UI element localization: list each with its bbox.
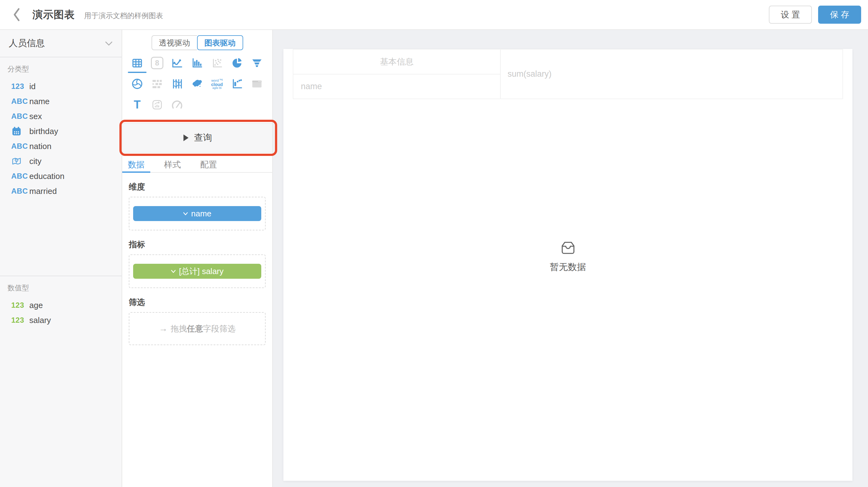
- back-button[interactable]: [9, 7, 24, 22]
- field-education[interactable]: ABC education: [0, 169, 122, 184]
- tab-config[interactable]: 配置: [194, 157, 223, 172]
- chart-type-grid: 8: [122, 55, 272, 118]
- gantt-chart-icon[interactable]: [147, 76, 167, 92]
- map-pin-icon: [11, 156, 29, 166]
- mode-chart-driven[interactable]: 图表驱动: [197, 35, 243, 50]
- table-header-cell: 基本信息: [293, 50, 501, 74]
- tab-style[interactable]: 样式: [158, 157, 186, 172]
- china-map-icon[interactable]: [187, 76, 207, 92]
- dimension-dropzone[interactable]: name: [129, 197, 266, 231]
- chart-preview-area: 基本信息 sum(salary) name 暂无数据: [273, 30, 868, 487]
- numeric-fields-section: 数值型 123 age 123 salary: [0, 276, 122, 328]
- chart-builder-panel: 透视驱动 图表驱动 8: [122, 30, 273, 487]
- empty-state: 暂无数据: [550, 241, 586, 273]
- trend-card-icon[interactable]: [147, 97, 167, 113]
- chart-preview-card: 基本信息 sum(salary) name 暂无数据: [283, 49, 852, 481]
- dimension-label: 维度: [129, 181, 266, 192]
- text-icon: ABC: [11, 112, 29, 121]
- field-nation[interactable]: ABC nation: [0, 139, 122, 154]
- text-icon: ABC: [11, 172, 29, 181]
- categorical-fields-section: 分类型 123 id ABC name ABC sex: [0, 57, 122, 276]
- numeric-icon: 123: [11, 316, 29, 325]
- dataset-name: 人员信息: [9, 37, 45, 50]
- inbox-icon: [560, 241, 576, 255]
- filter-label: 筛选: [129, 297, 266, 308]
- progress-chart-icon[interactable]: [227, 76, 247, 92]
- query-button[interactable]: 查询: [122, 123, 272, 153]
- metric-pill[interactable]: [总计] salary: [133, 264, 261, 279]
- radar-chart-icon[interactable]: [127, 76, 147, 92]
- text-icon: ABC: [11, 142, 29, 151]
- chevron-left-icon: [12, 8, 22, 22]
- play-icon: [182, 134, 189, 142]
- chevron-down-icon: [183, 212, 188, 215]
- dataset-selector[interactable]: 人员信息: [0, 30, 122, 57]
- line-chart-icon[interactable]: [167, 55, 187, 71]
- field-id[interactable]: 123 id: [0, 79, 122, 94]
- table-chart-icon[interactable]: [127, 55, 147, 71]
- numeric-icon: 123: [11, 301, 29, 310]
- text-icon: ABC: [11, 187, 29, 195]
- chevron-down-icon: [171, 270, 176, 273]
- page-subtitle: 用于演示文档的样例图表: [84, 11, 163, 21]
- settings-button[interactable]: 设 置: [769, 6, 812, 24]
- topbar: 演示图表 用于演示文档的样例图表 设 置 保 存: [0, 0, 868, 30]
- section-label: 数值型: [0, 283, 122, 293]
- builder-tabs: 数据 样式 配置: [122, 153, 272, 173]
- numeric-icon: 123: [11, 82, 29, 91]
- iframe-icon[interactable]: [247, 76, 267, 92]
- number-card-icon[interactable]: 8: [147, 55, 167, 71]
- field-city[interactable]: city: [0, 154, 122, 169]
- field-salary[interactable]: 123 salary: [0, 313, 122, 328]
- mode-pivot-driven[interactable]: 透视驱动: [152, 35, 197, 50]
- metric-dropzone[interactable]: [总计] salary: [129, 254, 266, 288]
- metric-label: 指标: [129, 239, 266, 250]
- table-dimension-cell: name: [293, 74, 501, 98]
- tab-data[interactable]: 数据: [122, 157, 150, 172]
- parallel-chart-icon[interactable]: [167, 76, 187, 92]
- chevron-down-icon: [105, 40, 113, 46]
- table-metric-cell: sum(salary): [501, 50, 842, 98]
- field-name[interactable]: ABC name: [0, 94, 122, 109]
- page-title: 演示图表: [32, 8, 75, 22]
- pie-chart-icon[interactable]: [227, 55, 247, 71]
- text-icon: ABC: [11, 97, 29, 106]
- word-cloud-icon[interactable]: word tag cloud agile Bi: [207, 76, 227, 92]
- dimension-pill[interactable]: name: [133, 206, 261, 221]
- field-age[interactable]: 123 age: [0, 298, 122, 313]
- arrow-right-icon: →: [159, 324, 168, 333]
- field-birthday[interactable]: birthday: [0, 124, 122, 139]
- preview-table: 基本信息 sum(salary) name: [293, 49, 843, 99]
- field-married[interactable]: ABC married: [0, 184, 122, 199]
- save-button[interactable]: 保 存: [818, 6, 861, 24]
- text-chart-icon[interactable]: T: [127, 97, 147, 113]
- scatter-chart-icon[interactable]: [207, 55, 227, 71]
- section-label: 分类型: [0, 64, 122, 74]
- gauge-chart-icon[interactable]: [167, 97, 187, 113]
- funnel-chart-icon[interactable]: [247, 55, 267, 71]
- filter-hint: →拖拽任意字段筛选: [159, 323, 236, 334]
- filter-dropzone[interactable]: →拖拽任意字段筛选: [129, 312, 266, 345]
- bar-chart-icon[interactable]: [187, 55, 207, 71]
- calendar-icon: [11, 126, 29, 136]
- empty-state-label: 暂无数据: [550, 261, 586, 273]
- dataset-sidebar: 人员信息 分类型 123 id ABC name ABC sex: [0, 30, 122, 487]
- field-sex[interactable]: ABC sex: [0, 109, 122, 124]
